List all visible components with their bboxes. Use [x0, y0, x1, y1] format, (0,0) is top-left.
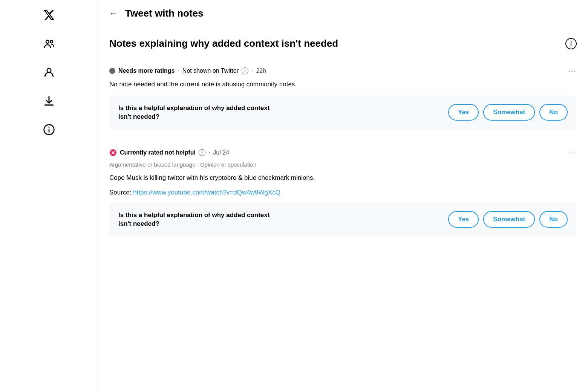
x-logo-icon[interactable] [41, 8, 57, 23]
note-1-not-shown: Not shown on Twitter [182, 67, 239, 74]
note-2-more-menu[interactable]: ··· [568, 148, 577, 157]
info-nav-icon[interactable] [41, 122, 57, 137]
note-1-rating-box: Is this a helpful explanation of why add… [109, 95, 577, 130]
note-1-no-button[interactable]: No [539, 104, 568, 121]
note-2-source-link[interactable]: https://www.youtube.com/watch?v=dQw4w9Wg… [133, 189, 280, 196]
svg-point-2 [47, 68, 51, 72]
page-title: Tweet with notes [125, 8, 204, 19]
note-2-tags: Argumentative or biased language · Opini… [109, 161, 577, 168]
download-icon[interactable] [41, 93, 57, 109]
note-2-meta-left: Currently rated not helpful i · Jul 24 [109, 149, 229, 156]
note-2-text: Cope Musk is killing twitter with his cr… [109, 173, 577, 183]
note-1-status-dot [109, 68, 115, 74]
svg-point-4 [48, 127, 49, 128]
profile-icon[interactable] [41, 65, 57, 80]
sidebar [0, 0, 98, 392]
note-card-2: Currently rated not helpful i · Jul 24 ·… [98, 139, 588, 246]
main-content: ← Tweet with notes Notes explaining why … [98, 0, 588, 392]
note-1-rating-buttons: Yes Somewhat No [448, 104, 568, 121]
note-2-rating-buttons: Yes Somewhat No [448, 211, 568, 228]
section-title-row: Notes explaining why added context isn't… [98, 27, 588, 57]
note-2-source-prefix: Source: [109, 189, 133, 196]
note-2-timestamp: Jul 24 [213, 149, 229, 156]
note-1-meta: Needs more ratings · Not shown on Twitte… [109, 66, 577, 75]
note-2-divider: · [208, 149, 210, 156]
note-2-rating-question: Is this a helpful explanation of why add… [118, 211, 277, 229]
note-1-info-icon[interactable]: i [242, 67, 248, 74]
note-2-meta: Currently rated not helpful i · Jul 24 ·… [109, 148, 577, 157]
community-icon[interactable] [41, 36, 57, 51]
section-title: Notes explaining why added context isn't… [109, 38, 338, 49]
back-button[interactable]: ← [109, 9, 118, 18]
note-1-timestamp: 22h [256, 67, 266, 74]
note-2-yes-button[interactable]: Yes [448, 211, 479, 228]
note-2-source: Source: https://www.youtube.com/watch?v=… [109, 189, 577, 196]
page-header: ← Tweet with notes [98, 0, 588, 27]
svg-point-1 [50, 40, 53, 43]
note-1-divider-2: · [251, 67, 253, 74]
note-1-somewhat-button[interactable]: Somewhat [483, 104, 535, 121]
note-1-status-label: Needs more ratings [118, 67, 175, 74]
note-2-somewhat-button[interactable]: Somewhat [483, 211, 535, 228]
not-helpful-icon [109, 149, 117, 156]
note-1-text: No note needed and the current note is a… [109, 80, 577, 89]
note-2-rating-box: Is this a helpful explanation of why add… [109, 202, 577, 237]
note-1-rating-question: Is this a helpful explanation of why add… [118, 104, 277, 122]
note-card-1: Needs more ratings · Not shown on Twitte… [98, 57, 588, 139]
note-1-yes-button[interactable]: Yes [448, 104, 479, 121]
note-2-info-icon[interactable]: i [199, 149, 205, 156]
note-1-more-menu[interactable]: ··· [568, 66, 577, 75]
section-info-button[interactable]: i [565, 38, 577, 49]
note-1-divider-1: · [178, 67, 179, 74]
note-1-meta-left: Needs more ratings · Not shown on Twitte… [109, 67, 266, 74]
svg-point-0 [46, 40, 49, 43]
note-2-status-label: Currently rated not helpful [120, 149, 196, 156]
note-2-no-button[interactable]: No [539, 211, 568, 228]
